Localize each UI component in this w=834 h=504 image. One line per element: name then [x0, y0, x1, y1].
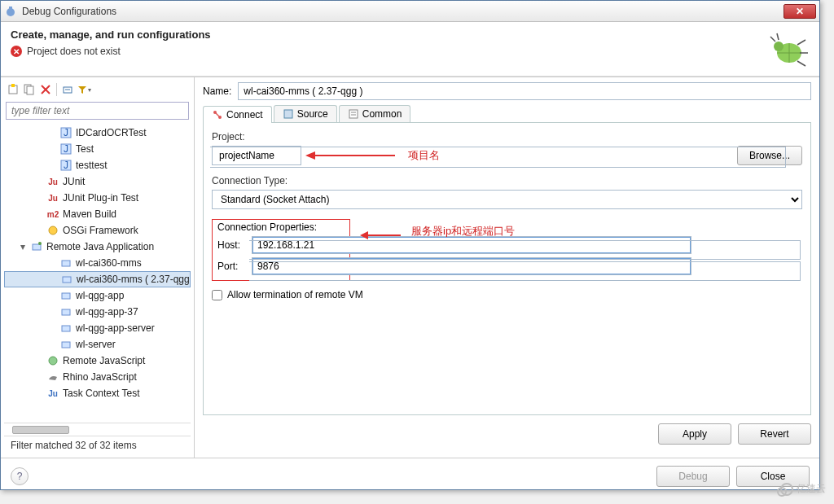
watermark: 亿速云: [780, 482, 826, 496]
svg-rect-28: [62, 261, 70, 266]
duplicate-button[interactable]: [22, 82, 37, 97]
tree-item[interactable]: ▾Remote Java Application: [4, 239, 191, 255]
svg-point-27: [38, 242, 42, 245]
svg-marker-43: [305, 151, 315, 160]
tree-item[interactable]: wl-cai360-mms: [4, 255, 191, 271]
tree-item[interactable]: wl-qgg-app: [4, 287, 191, 304]
horizontal-scrollbar[interactable]: [4, 423, 191, 436]
close-window-button[interactable]: ✕: [784, 4, 816, 19]
tab-common-label: Common: [362, 108, 402, 120]
tree-item[interactable]: JuJUnit: [4, 173, 191, 190]
svg-rect-30: [62, 293, 70, 299]
tree-label: Maven Build: [63, 208, 116, 220]
tree-item[interactable]: Remote JavaScript: [4, 353, 191, 369]
svg-rect-33: [62, 342, 70, 348]
apply-button[interactable]: Apply: [658, 423, 731, 445]
connect-icon: [212, 109, 223, 121]
svg-rect-12: [11, 84, 15, 87]
svg-line-37: [216, 113, 219, 116]
dialog-window: Debug Configurations ✕ Create, manage, a…: [0, 0, 820, 490]
host-label: Host:: [217, 239, 247, 251]
allow-termination-checkbox[interactable]: [212, 290, 222, 300]
name-input[interactable]: [238, 82, 811, 100]
tree-item[interactable]: JIDCardOCRTest: [4, 125, 191, 141]
host-input[interactable]: [252, 236, 691, 254]
tree-item[interactable]: m2Maven Build: [4, 206, 191, 222]
tree-label: Task Context Test: [63, 388, 140, 399]
tree-item[interactable]: Rhino JavaScript: [4, 369, 191, 385]
scroll-thumb[interactable]: [12, 426, 69, 434]
connection-props-legend: Connection Properties:: [217, 221, 317, 233]
header-banner: Create, manage, and run configurations ✕…: [1, 22, 819, 77]
tab-common[interactable]: Common: [339, 105, 411, 122]
new-config-button[interactable]: [6, 82, 20, 97]
left-panel: ▾ JIDCardOCRTestJTestJtesttestJuJUnitJuJ…: [1, 77, 195, 458]
tree-item[interactable]: wl-server: [4, 336, 191, 353]
svg-point-34: [49, 357, 57, 365]
debug-button[interactable]: Debug: [656, 466, 730, 487]
tab-strip: Connect Source Common: [203, 105, 811, 123]
browse-button[interactable]: Browse...: [737, 146, 802, 165]
project-label: Project:: [212, 131, 802, 142]
svg-rect-1: [9, 7, 12, 9]
tab-connect[interactable]: Connect: [203, 106, 272, 123]
tree-label: wl-qgg-app: [76, 290, 124, 301]
port-input[interactable]: [252, 257, 691, 275]
tree-icon: [59, 305, 72, 318]
tree-label: Remote JavaScript: [63, 355, 145, 366]
filter-input[interactable]: [6, 102, 189, 120]
tree-item[interactable]: wl-qgg-app-server: [4, 320, 191, 336]
error-text: Project does not exist: [27, 46, 121, 57]
tree-icon: J: [59, 126, 72, 139]
tree-item[interactable]: OSGi Framework: [4, 222, 191, 239]
right-panel: Name: Connect Source Common Project:: [195, 77, 819, 458]
tab-content-connect: Project: 项目名 Browse... Connection Type: …: [203, 123, 811, 415]
tree-item[interactable]: JTest: [4, 141, 191, 157]
svg-rect-26: [33, 244, 41, 250]
tree-icon: m2: [46, 208, 59, 221]
svg-text:J: J: [64, 143, 68, 155]
toolbar-separator: [56, 83, 57, 96]
connection-type-label: Connection Type:: [212, 175, 802, 186]
tree-label: wl-qgg-app-37: [76, 306, 138, 318]
tree-icon: [46, 354, 59, 367]
svg-rect-32: [62, 326, 70, 331]
tree-icon: J: [59, 159, 72, 172]
delete-button[interactable]: [38, 82, 53, 97]
tree-label: Remote Java Application: [46, 241, 154, 252]
help-button[interactable]: ?: [11, 467, 29, 485]
source-icon: [283, 108, 294, 120]
tree-label: wl-qgg-app-server: [76, 322, 155, 334]
tree-item[interactable]: Jtesttest: [4, 157, 191, 173]
common-icon: [348, 108, 359, 120]
tree-item[interactable]: wl-cai360-mms ( 2.37-qgg: [4, 271, 191, 287]
tree-label: testtest: [76, 160, 108, 171]
filter-field[interactable]: [6, 102, 189, 120]
svg-rect-38: [284, 110, 292, 118]
tree-icon: [46, 224, 59, 237]
tree-icon: [60, 273, 73, 286]
allow-termination-label: Allow termination of remote VM: [227, 289, 363, 300]
filter-menu-button[interactable]: ▾: [77, 82, 91, 97]
tab-source[interactable]: Source: [274, 105, 337, 122]
tree-label: Test: [76, 143, 94, 155]
tree-item[interactable]: wl-qgg-app-37: [4, 304, 191, 320]
annotation-arrow-icon: [305, 147, 403, 164]
collapse-all-button[interactable]: [60, 82, 75, 97]
config-tree[interactable]: JIDCardOCRTestJTestJtesttestJuJUnitJuJUn…: [4, 123, 191, 423]
tree-item[interactable]: JuTask Context Test: [4, 385, 191, 401]
revert-button[interactable]: Revert: [738, 423, 811, 445]
port-label: Port:: [217, 261, 247, 272]
name-label: Name:: [203, 85, 231, 97]
tree-label: JUnit Plug-in Test: [63, 192, 138, 204]
project-input[interactable]: [212, 146, 301, 165]
tree-icon: [30, 240, 43, 253]
svg-line-7: [777, 33, 779, 40]
svg-rect-29: [63, 277, 71, 283]
tab-source-label: Source: [297, 108, 328, 120]
app-icon: [4, 5, 17, 18]
tree-item[interactable]: JuJUnit Plug-in Test: [4, 190, 191, 206]
connection-type-select[interactable]: Standard (Socket Attach): [212, 190, 802, 209]
tree-label: wl-cai360-mms ( 2.37-qgg: [77, 274, 190, 285]
tree-icon: [59, 289, 72, 302]
